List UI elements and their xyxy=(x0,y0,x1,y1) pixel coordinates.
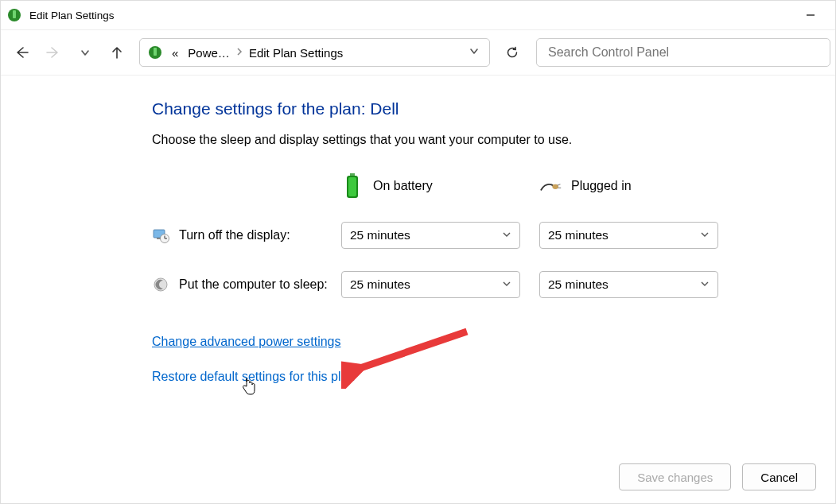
up-button[interactable] xyxy=(101,37,133,68)
advanced-settings-link[interactable]: Change advanced power settings xyxy=(152,335,341,349)
forward-button[interactable] xyxy=(37,37,69,68)
monitor-clock-icon xyxy=(152,227,169,244)
back-button[interactable] xyxy=(6,37,37,68)
dropdown-value: 25 minutes xyxy=(548,277,609,292)
power-options-icon xyxy=(148,45,162,60)
chevron-down-icon xyxy=(700,279,710,290)
display-plugged-dropdown[interactable]: 25 minutes xyxy=(539,222,718,249)
address-bar[interactable]: « Powe… Edit Plan Settings xyxy=(139,38,490,67)
minimize-button[interactable] xyxy=(792,2,829,28)
chevron-down-icon xyxy=(502,279,511,290)
window-titlebar: Edit Plan Settings xyxy=(1,1,835,29)
column-header-battery: On battery xyxy=(373,179,433,193)
display-battery-dropdown[interactable]: 25 minutes xyxy=(341,222,520,249)
chevron-down-icon xyxy=(700,230,710,241)
power-options-icon xyxy=(7,8,21,22)
footer-buttons: Save changes Cancel xyxy=(619,463,816,490)
plug-icon xyxy=(539,171,562,201)
battery-icon xyxy=(341,171,364,201)
breadcrumb-item-current[interactable]: Edit Plan Settings xyxy=(246,46,346,60)
svg-rect-1 xyxy=(13,10,16,18)
sleep-plugged-dropdown[interactable]: 25 minutes xyxy=(539,271,718,298)
window-title: Edit Plan Settings xyxy=(29,10,115,21)
breadcrumb-item-power[interactable]: Powe… xyxy=(185,46,233,60)
svg-rect-7 xyxy=(348,177,356,196)
setting-row-display: Turn off the display: 25 minutes 25 minu… xyxy=(152,222,835,249)
cancel-button[interactable]: Cancel xyxy=(742,463,816,490)
display-label: Turn off the display: xyxy=(179,228,290,242)
svg-rect-4 xyxy=(154,48,157,56)
sleep-label: Put the computer to sleep: xyxy=(179,277,328,292)
svg-line-9 xyxy=(558,184,561,186)
save-button[interactable]: Save changes xyxy=(619,463,731,490)
breadcrumb-overflow[interactable]: « xyxy=(169,46,181,60)
sleep-battery-dropdown[interactable]: 25 minutes xyxy=(341,271,520,298)
content-area: Change settings for the plan: Dell Choos… xyxy=(1,76,835,405)
column-header-plugged: Plugged in xyxy=(571,179,632,193)
refresh-button[interactable] xyxy=(498,38,527,67)
restore-defaults-link[interactable]: Restore default settings for this plan xyxy=(152,370,355,384)
column-headers: On battery Plugged in xyxy=(152,171,835,201)
chevron-right-icon xyxy=(236,48,243,57)
chevron-down-icon xyxy=(502,230,511,241)
nav-toolbar: « Powe… Edit Plan Settings xyxy=(1,30,835,75)
dropdown-value: 25 minutes xyxy=(350,228,410,242)
dropdown-value: 25 minutes xyxy=(350,277,410,292)
search-input[interactable] xyxy=(536,38,830,67)
search-field[interactable] xyxy=(548,45,819,60)
address-history-button[interactable] xyxy=(464,45,484,60)
svg-rect-5 xyxy=(350,173,355,176)
recent-locations-button[interactable] xyxy=(69,37,101,68)
dropdown-value: 25 minutes xyxy=(548,228,609,242)
page-title: Change settings for the plan: Dell xyxy=(152,99,835,118)
moon-icon xyxy=(152,276,169,293)
setting-row-sleep: Put the computer to sleep: 25 minutes 25… xyxy=(152,271,835,298)
page-description: Choose the sleep and display settings th… xyxy=(152,133,835,147)
